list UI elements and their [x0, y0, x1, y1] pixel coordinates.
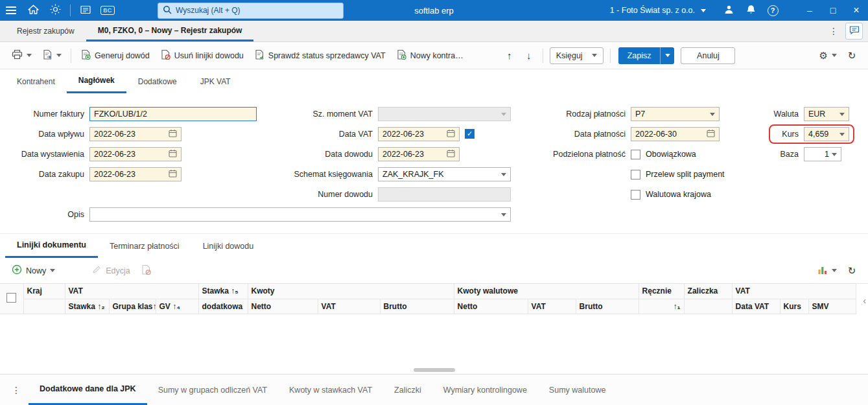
numer-faktury-input[interactable]: FZKO/LUB/1/2 [89, 107, 257, 121]
sprawdz-status-vat-button[interactable]: Sprawdź status sprzedawcy VAT [249, 43, 391, 69]
col-grupa-klas[interactable]: Grupa klas↑₃ [109, 299, 156, 314]
calendar-icon[interactable] [169, 129, 177, 139]
data-vat-input[interactable]: 2022-06-23 [378, 127, 460, 141]
tab-naglowek[interactable]: Nagłówek [67, 69, 126, 93]
ksieguj-button[interactable]: Księguj [550, 47, 604, 64]
help-button[interactable]: ? [762, 0, 784, 21]
data-wystawienia-input[interactable]: 2022-06-23 [89, 147, 182, 161]
move-up-button[interactable]: ↑ [500, 43, 519, 69]
maximize-button[interactable]: □ [821, 0, 845, 21]
col-brutto-walutowe[interactable]: Brutto [576, 299, 639, 314]
data-vat-checkbox[interactable]: ✓ [465, 129, 475, 139]
tab-dodatkowe[interactable]: Dodatkowe [126, 69, 189, 93]
menu-button[interactable] [0, 0, 22, 21]
refresh-button[interactable]: ↻ [842, 43, 862, 69]
home-button[interactable] [22, 0, 44, 21]
chevron-down-icon[interactable] [501, 213, 506, 216]
feedback-button[interactable] [845, 23, 863, 40]
group-kwoty[interactable]: Kwoty [248, 284, 454, 299]
user-button[interactable] [718, 0, 740, 21]
kurs-input[interactable]: 4,659 [804, 127, 849, 141]
col-zaliczka[interactable]: Zaliczka [684, 284, 732, 299]
col-stawka-dodatkowa-top[interactable]: Stawka ↑₅ [198, 284, 248, 299]
chevron-down-icon[interactable] [501, 173, 506, 176]
collapse-panel-icon[interactable]: ‹ [863, 295, 866, 306]
baza-input[interactable]: 1 [804, 147, 841, 161]
col-gv[interactable]: GV ↑₄ [156, 299, 198, 314]
col-brutto[interactable]: Brutto [380, 299, 454, 314]
notifications-button[interactable] [740, 0, 762, 21]
group-kwoty-walutowe[interactable]: Kwoty walutowe [454, 284, 639, 299]
col-kraj[interactable]: Kraj [23, 284, 65, 299]
calendar-icon[interactable] [169, 169, 177, 179]
walutowa-krajowa-checkbox[interactable] [631, 190, 640, 200]
close-button[interactable]: × [845, 0, 868, 21]
calendar-icon[interactable] [169, 149, 177, 159]
obowiazkowa-checkbox[interactable] [631, 150, 640, 159]
tab-sumy-walutowe[interactable]: Sumy walutowe [538, 375, 617, 405]
bc-module-button[interactable]: BC [97, 0, 119, 21]
company-selector[interactable]: 1 - Foto Świat sp. z o.o. [610, 6, 706, 15]
nowy-button[interactable]: Nowy [6, 258, 60, 284]
data-dowodu-input[interactable]: 2022-06-23 [378, 147, 460, 161]
minimize-button[interactable]: – [798, 0, 821, 21]
data-wplywu-input[interactable]: 2022-06-23 [89, 127, 182, 141]
data-platnosci-input[interactable]: 2022-06-30 [631, 127, 720, 141]
tab-linijki-dokumentu[interactable]: Linijki dokumentu [5, 234, 98, 258]
zapisz-dropdown-button[interactable] [660, 47, 674, 64]
col-vat-walutowe[interactable]: VAT [528, 299, 576, 314]
settings-button[interactable]: ⚙ [814, 43, 842, 69]
tab-sumy-grupy-odliczen[interactable]: Sumy w grupach odliczeń VAT [147, 375, 278, 405]
col-vat[interactable]: VAT [318, 299, 380, 314]
col-recznie-sort[interactable]: ↑₁ [639, 299, 684, 314]
col-recznie[interactable]: Ręcznie [639, 284, 684, 299]
grid-refresh-button[interactable]: ↻ [842, 258, 862, 284]
opis-input[interactable] [89, 207, 511, 222]
generuj-dowod-button[interactable]: Generuj dowód [75, 43, 155, 69]
tab-wymiary-kontrolingowe[interactable]: Wymiary kontrolingowe [432, 375, 538, 405]
tab-kontrahent[interactable]: Kontrahent [5, 69, 67, 93]
search-input[interactable] [176, 6, 338, 15]
tab-terminarz-platnosci[interactable]: Terminarz płatności [98, 234, 191, 258]
col-data-vat[interactable]: Data VAT [732, 299, 780, 314]
chart-view-button[interactable] [812, 258, 842, 284]
global-search[interactable] [158, 3, 344, 19]
group-vat[interactable]: VAT [65, 284, 198, 299]
zapisz-button[interactable]: Zapisz [618, 47, 661, 64]
bottom-more-button[interactable]: ⋮ [4, 375, 29, 405]
col-netto[interactable]: Netto [248, 299, 318, 314]
przelew-split-checkbox[interactable] [631, 170, 640, 179]
select-all-checkbox[interactable] [6, 293, 16, 303]
nowy-kontrahent-button[interactable]: Nowy kontra… [391, 43, 469, 69]
chevron-down-icon[interactable] [710, 113, 715, 116]
schemat-ksiegowania-input[interactable]: ZAK_KRAJK_FK [378, 167, 511, 181]
waluta-input[interactable]: EUR [804, 107, 849, 121]
export-button[interactable] [37, 43, 67, 69]
splitter-handle[interactable] [414, 368, 455, 372]
chevron-down-icon[interactable] [839, 133, 845, 136]
anuluj-button[interactable]: Anuluj [681, 47, 735, 64]
calendar-icon[interactable] [447, 149, 455, 159]
tab-zaliczki[interactable]: Zaliczki [383, 375, 432, 405]
calendar-icon[interactable] [707, 129, 715, 139]
move-down-button[interactable]: ↓ [519, 43, 539, 69]
chevron-down-icon[interactable] [832, 153, 837, 156]
col-smv[interactable]: SMV [808, 299, 856, 314]
group-vat2[interactable]: VAT [732, 284, 856, 299]
col-stawka-dodatkowa-bottom[interactable]: dodatkowa [198, 299, 248, 314]
theme-button[interactable] [44, 0, 66, 21]
col-netto-walutowe[interactable]: Netto [454, 299, 528, 314]
data-zakupu-input[interactable]: 2022-06-23 [89, 167, 182, 181]
grid-empty-area[interactable] [0, 314, 856, 363]
chevron-down-icon[interactable] [839, 113, 845, 116]
tab-nowy-rejestr-zakupow[interactable]: M0, FZKO, 0 – Nowy – Rejestr zakupów [86, 21, 254, 41]
rodzaj-platnosci-input[interactable]: P7 [631, 107, 720, 121]
tabbar-more-button[interactable]: ⋮ [828, 26, 839, 36]
col-kurs[interactable]: Kurs [780, 299, 808, 314]
tab-rejestr-zakupow[interactable]: Rejestr zakupów [5, 21, 86, 41]
calendar-icon[interactable] [447, 129, 455, 139]
tab-kwoty-stawki-vat[interactable]: Kwoty w stawkach VAT [278, 375, 383, 405]
tab-jpk-vat[interactable]: JPK VAT [189, 69, 242, 93]
usun-linijki-button[interactable]: Usuń linijki dowodu [155, 43, 249, 69]
news-button[interactable] [75, 0, 97, 21]
